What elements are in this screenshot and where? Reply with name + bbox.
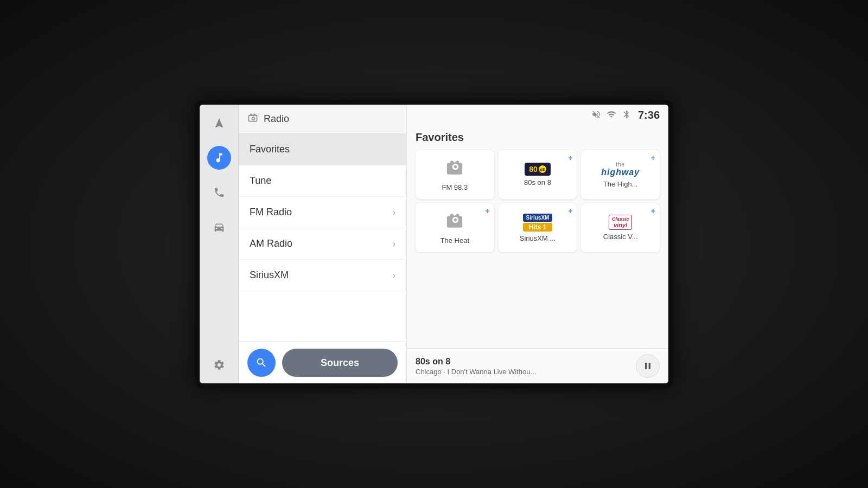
menu-header-title: Radio	[264, 113, 289, 125]
favorite-card-classicvinyl[interactable]: + Classic vinyl Classic V...	[581, 203, 660, 252]
radio-icon	[445, 158, 464, 181]
favorite-card-theheat[interactable]: + The Heat	[416, 203, 494, 252]
menu-item-label-siriusxm: SiriusXM	[250, 269, 289, 281]
classicvinyl-label: Classic V...	[603, 233, 638, 241]
mute-icon	[591, 110, 601, 121]
80son8-label: 80s on 8	[524, 178, 551, 187]
siriusxmhits-label: SiriusXM ...	[520, 234, 556, 242]
now-playing-track: Chicago · I Don't Wanna Live Withou...	[416, 368, 536, 376]
fm983-label: FM 98.3	[442, 183, 468, 191]
phone-icon[interactable]	[207, 181, 231, 204]
theheat-label: The Heat	[441, 236, 469, 245]
screen-bezel: Radio Favorites Tune FM Radio › AM Radio	[195, 100, 673, 388]
menu-item-am[interactable]: AM Radio ›	[239, 228, 406, 260]
menu-item-label-tune: Tune	[250, 175, 271, 187]
menu-item-label-am: AM Radio	[250, 238, 292, 249]
screen: Radio Favorites Tune FM Radio › AM Radio	[200, 105, 668, 383]
highway-plus-icon: +	[651, 153, 655, 162]
menu-item-fm[interactable]: FM Radio ›	[239, 197, 406, 228]
am-arrow-icon: ›	[393, 239, 395, 249]
menu-item-label-fm: FM Radio	[250, 207, 292, 218]
music-icon[interactable]	[207, 146, 231, 170]
menu-item-favorites[interactable]: Favorites	[239, 134, 406, 165]
menu-item-tune[interactable]: Tune	[239, 165, 406, 197]
80son8-plus-icon: +	[568, 153, 572, 162]
no-signal-icon	[607, 110, 616, 121]
menu-panel: Radio Favorites Tune FM Radio › AM Radio	[239, 105, 407, 383]
favorite-card-siriusxmhits[interactable]: + SiriusXM Hits 1 SiriusXM ...	[499, 203, 577, 252]
now-playing-bar: 80s on 8 Chicago · I Don't Wanna Live Wi…	[407, 348, 668, 383]
fm-arrow-icon: ›	[393, 208, 395, 217]
search-button[interactable]	[247, 349, 276, 377]
time-display: 7:36	[638, 109, 660, 121]
menu-bottom: Sources	[239, 342, 406, 383]
highway-label: The High...	[603, 180, 638, 188]
bluetooth-icon	[622, 110, 631, 121]
menu-item-siriusxm[interactable]: SiriusXM ›	[239, 260, 406, 291]
siriusxmhits-plus-icon: +	[568, 207, 572, 215]
menu-item-label-favorites: Favorites	[250, 144, 290, 155]
settings-icon[interactable]	[207, 353, 231, 377]
navigation-icon[interactable]	[207, 111, 231, 135]
radio-header-icon	[247, 112, 258, 126]
menu-header: Radio	[239, 105, 406, 134]
now-playing-info: 80s on 8 Chicago · I Don't Wanna Live Wi…	[416, 357, 536, 376]
pause-button[interactable]	[636, 354, 660, 378]
menu-items: Favorites Tune FM Radio › AM Radio › Sir	[239, 134, 406, 342]
favorite-card-highway[interactable]: + the highway The High...	[581, 150, 660, 199]
siriusxm-arrow-icon: ›	[393, 271, 395, 280]
car-icon[interactable]	[207, 215, 231, 239]
main-content: 7:36 Favorites FM 98.3	[407, 105, 668, 383]
sidebar	[200, 105, 239, 383]
classicvinyl-plus-icon: +	[651, 207, 655, 215]
now-playing-station: 80s on 8	[416, 357, 536, 367]
favorites-section: Favorites FM 98.3 +	[407, 126, 668, 348]
theheat-radio-icon	[445, 211, 464, 234]
favorite-card-fm983[interactable]: FM 98.3	[416, 150, 494, 199]
theheat-plus-icon: +	[485, 207, 489, 215]
sources-button[interactable]: Sources	[282, 349, 398, 377]
status-bar: 7:36	[407, 105, 668, 126]
status-icons	[591, 110, 631, 121]
favorites-title: Favorites	[416, 131, 660, 144]
car-frame: Radio Favorites Tune FM Radio › AM Radio	[0, 0, 868, 488]
favorites-grid: FM 98.3 + 80 s8 80s on 8	[416, 150, 660, 252]
favorite-card-80son8[interactable]: + 80 s8 80s on 8	[499, 150, 577, 199]
